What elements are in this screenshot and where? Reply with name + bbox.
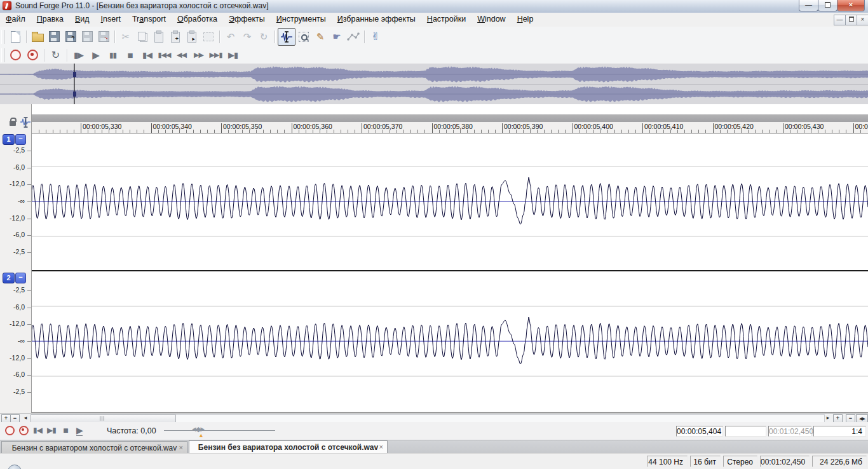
mdi-minimize-button[interactable]: — [834,15,846,25]
scroll-left-arrow[interactable]: ◂ [22,414,29,422]
length-field[interactable]: 00:01:02,450 [760,456,810,467]
tab-close-icon[interactable]: × [179,444,183,451]
mini-play-button[interactable]: ▶ [72,424,86,437]
toolbar-grip[interactable] [1,30,4,44]
db-scale-label: -12,0 [10,320,25,327]
mini-arm-record-button[interactable] [17,424,31,437]
paste-icon [154,32,163,43]
cut-button[interactable]: ✂ [118,29,134,45]
envelope-tool-button[interactable] [345,29,362,45]
paste-button[interactable] [151,29,167,45]
channel-1-collapse-button[interactable]: − [15,134,26,145]
edit-tool-button[interactable] [278,28,295,46]
forward-button[interactable]: ▶▶ [190,48,207,62]
pencil-tool-button[interactable]: ✎ [312,29,329,45]
pause-button[interactable]: ▮▮ [104,48,121,62]
overview-bar[interactable] [0,64,868,105]
pause-icon: ▮▮ [109,51,116,60]
open-button[interactable] [29,29,46,45]
redo-button[interactable]: ↷ [239,29,255,45]
publish-button[interactable]: ~ [95,29,112,45]
mini-record-button[interactable] [3,424,17,437]
menu-правка[interactable]: Правка [31,13,69,27]
paste-special-button[interactable]: + [167,29,184,45]
scrub-slider-track[interactable] [164,430,275,431]
db-scale-tick [27,324,31,325]
sample-rate-field[interactable]: 44 100 Hz [647,456,688,467]
window-restore-button[interactable] [818,0,837,11]
db-scale-tick [27,308,31,308]
menu-избранные-эффекты[interactable]: Избранные эффекты [332,13,421,27]
tab-close-icon[interactable]: × [379,443,383,451]
mini-go-end-button[interactable]: ▶▮ [44,424,58,437]
document-tab-1[interactable]: Бензин с вариатором холостой с отсечкой.… [1,441,187,453]
go-to-start-icon: ▮◀ [142,50,152,60]
cursor-position-display[interactable]: 00:00:05,404 [676,426,723,437]
mdi-restore-button[interactable] [845,15,857,25]
mdi-close-button[interactable]: × [857,15,868,25]
go-to-end-button[interactable]: ▶▮ [224,48,241,62]
zoom-ratio-display[interactable]: 1:4 [813,426,866,437]
copy-button[interactable] [134,29,151,45]
window-minimize-button[interactable]: — [799,0,818,11]
edit-cursor-tool-icon[interactable] [20,116,31,128]
new-file-button[interactable] [7,29,24,45]
menu-window[interactable]: Window [471,13,511,27]
menu-настройки[interactable]: Настройки [421,13,471,27]
undo-button[interactable]: ↶ [222,29,239,45]
db-scale-tick [27,358,31,359]
channel-2-waveform[interactable] [32,271,868,412]
arm-record-button[interactable] [24,48,41,62]
time-ruler[interactable]: 00:00:05,33000:00:05,34000:00:05,35000:0… [32,122,868,133]
menu-эффекты[interactable]: Эффекты [223,13,271,27]
play-all-button[interactable]: ▮▶ [70,48,87,62]
playbar: ▮◀ ▶▮ ■ ▶ Частота: 0,00 ◄◆► ▲ 00:00:05,4… [0,422,868,440]
channel-mode-field[interactable]: Стерео [723,456,757,467]
channel-1-button[interactable]: 1 [3,134,15,145]
waveform-area[interactable]: 00:00:05,33000:00:05,34000:00:05,35000:0… [32,104,868,413]
record-button[interactable] [7,48,24,62]
window-close-button[interactable]: × [837,0,865,11]
menu-transport[interactable]: Transport [126,13,172,27]
hand-tool-button[interactable]: ✌ [367,29,384,45]
channel-2-collapse-button[interactable]: − [15,273,26,283]
selection-start-display[interactable] [725,426,766,437]
menu-инструменты[interactable]: Инструменты [271,13,332,27]
fast-rewind-button[interactable]: ▮◀◀ [156,48,173,62]
go-to-start-button[interactable]: ▮◀ [139,48,156,62]
scroll-right-arrow[interactable]: ▸ [824,414,832,422]
channel-2-button[interactable]: 2 [3,273,15,283]
menu-файл[interactable]: Файл [0,13,31,27]
mdi-restore-icon [849,17,854,22]
fast-forward-button[interactable]: ▶▶▮ [207,48,224,62]
scrub-slider-marker: ▲ [198,432,204,438]
paste-to-new-button[interactable]: ▸ [184,29,200,45]
render-as-button[interactable] [79,29,95,45]
menu-обработка[interactable]: Обработка [172,13,223,27]
save-as-button[interactable]: ? [62,29,79,45]
magnify-tool-button[interactable] [295,29,312,45]
free-space-field[interactable]: 24 226,6 Мб [812,456,867,467]
stop-button[interactable]: ■ [121,48,139,62]
play-button[interactable]: ▶ [87,48,104,62]
selection-length-display[interactable]: 00:01:02,450 [768,426,811,437]
trim-crop-button[interactable] [200,29,217,45]
menu-вид[interactable]: Вид [69,13,95,27]
loop-playback-button[interactable]: ↻ [47,48,64,62]
repeat-button[interactable]: ↻ [255,29,272,45]
rewind-button[interactable]: ◀◀ [173,48,190,62]
db-scale-label: -12,0 [10,354,25,362]
mini-go-start-button[interactable]: ▮◀ [31,424,44,437]
db-scale-label: -6,0 [13,231,25,238]
bit-depth-field[interactable]: 16 бит [690,456,721,467]
lock-icon[interactable] [10,117,16,126]
menu-help[interactable]: Help [512,13,539,27]
mini-stop-button[interactable]: ■ [58,424,72,437]
channel-1-waveform[interactable] [32,133,868,270]
menu-insert[interactable]: Insert [95,13,126,27]
event-tool-button[interactable]: ☛ [329,29,345,45]
transport-grip[interactable] [1,48,4,62]
document-tab-2[interactable]: Бензин без вариатора холостой с отсечкой… [189,440,388,453]
save-button[interactable] [46,29,62,45]
new-file-icon [11,31,20,43]
